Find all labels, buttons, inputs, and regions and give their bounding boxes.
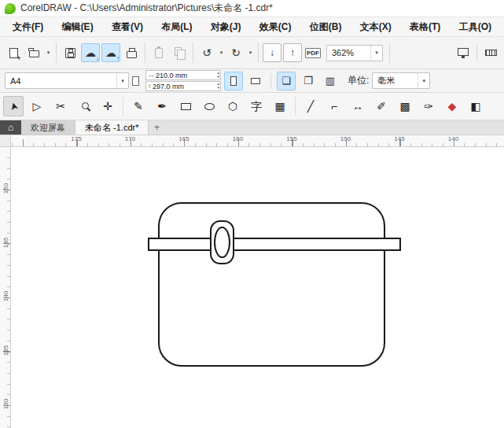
- stepper-down-icon[interactable]: ▾: [217, 86, 219, 90]
- zoom-dropdown-caret-icon[interactable]: ▾: [370, 46, 382, 61]
- fill-tool[interactable]: ◆: [442, 96, 462, 116]
- open-button[interactable]: [24, 43, 43, 62]
- new-document-tab-button[interactable]: +: [149, 120, 164, 135]
- landscape-orientation-button[interactable]: [246, 72, 265, 90]
- page-height-field[interactable]: ↕ 297.0 mm ▴ ▾: [145, 81, 221, 91]
- connector-tool[interactable]: ⌐: [324, 96, 344, 116]
- home-button[interactable]: ⌂: [0, 120, 21, 135]
- menu-bitmaps[interactable]: 位图(B): [305, 19, 347, 35]
- undo-button[interactable]: ↺: [197, 43, 216, 62]
- outline-pen-tool[interactable]: ✑: [418, 96, 439, 116]
- half-filled-square-icon: ◧: [470, 101, 480, 112]
- ruler-label: 175: [71, 135, 81, 142]
- line-tool[interactable]: ╱: [300, 96, 321, 116]
- shape-tool[interactable]: ▷: [27, 96, 47, 116]
- menu-file[interactable]: 文件(F): [8, 19, 48, 35]
- open-dropdown-caret-icon[interactable]: ▾: [45, 50, 52, 56]
- page-width-field[interactable]: ↔ 210.0 mm ▴ ▾: [145, 70, 221, 80]
- menu-tools[interactable]: 工具(O): [454, 19, 496, 35]
- table-tool[interactable]: ▦: [270, 96, 290, 116]
- print-button[interactable]: [122, 43, 141, 62]
- all-pages-button[interactable]: ❐: [299, 72, 318, 90]
- copy-button[interactable]: [170, 43, 189, 62]
- pan-tool[interactable]: ✛: [97, 96, 118, 116]
- menu-view[interactable]: 查看(V): [107, 19, 148, 35]
- portrait-orientation-button[interactable]: [224, 72, 243, 90]
- new-document-button[interactable]: [4, 43, 23, 62]
- standard-toolbar: ▾ ☁ ↓ ☁ ↑ ↺ ▾ ↻ ▾ ↓ ↑ PDF 362% ▾: [0, 36, 504, 69]
- interactive-fill-tool[interactable]: ◧: [465, 96, 486, 116]
- text-tool[interactable]: 字: [246, 96, 267, 116]
- page-size-select[interactable]: A4 ▾: [5, 72, 129, 89]
- eyedropper-icon: ✐: [377, 101, 386, 112]
- menu-text[interactable]: 文本(X): [355, 19, 396, 35]
- ruler-origin-corner[interactable]: [0, 135, 11, 147]
- crop-tool[interactable]: ✂: [50, 96, 71, 116]
- zoom-tool[interactable]: [74, 96, 94, 116]
- polygon-tool[interactable]: ⬡: [223, 96, 243, 116]
- show-rulers-button[interactable]: [481, 43, 500, 62]
- page-dimensions-icon: [132, 76, 139, 86]
- cloud-download-button[interactable]: ☁ ↓: [81, 43, 100, 62]
- ruler-label: 165: [178, 135, 189, 142]
- menu-effects[interactable]: 效果(C): [255, 19, 296, 35]
- checkerboard-icon: ▩: [399, 101, 410, 112]
- publish-pdf-button[interactable]: PDF: [304, 43, 322, 62]
- menu-edit[interactable]: 编辑(E): [57, 19, 98, 35]
- horizontal-ruler[interactable]: 175 170 165 160 155 150 145 140: [11, 135, 504, 147]
- transparency-tool[interactable]: ▩: [395, 96, 415, 116]
- ellipse-tool[interactable]: [199, 96, 219, 116]
- units-select[interactable]: 毫米 ▾: [372, 72, 430, 89]
- pick-cursor-icon: ➤: [7, 101, 19, 112]
- save-button[interactable]: [61, 43, 79, 62]
- pick-tool[interactable]: ➤: [3, 96, 24, 116]
- ruler-label: 140: [2, 288, 9, 305]
- menu-object[interactable]: 对象(J): [206, 19, 246, 35]
- units-caret-icon[interactable]: ▾: [418, 73, 429, 88]
- page-height-stepper[interactable]: ▴ ▾: [217, 82, 219, 90]
- tab-welcome-screen[interactable]: 欢迎屏幕: [21, 120, 75, 135]
- undo-dropdown-caret-icon[interactable]: ▾: [218, 50, 225, 56]
- cloud-upload-button[interactable]: ☁ ↑: [101, 43, 120, 62]
- vertical-ruler[interactable]: 150 145 140 135 130: [0, 147, 11, 428]
- tab-untitled-document[interactable]: 未命名 -1.cdr*: [75, 120, 149, 135]
- ruler-label: 145: [2, 234, 9, 251]
- eyedropper-tool[interactable]: ✐: [371, 96, 392, 116]
- ruler-label: 130: [2, 396, 9, 413]
- fullscreen-preview-button[interactable]: [454, 43, 473, 62]
- current-page-button[interactable]: ❏: [277, 72, 296, 90]
- page-size-caret-icon[interactable]: ▾: [116, 73, 128, 88]
- import-button[interactable]: ↓: [263, 43, 281, 62]
- menu-table[interactable]: 表格(T): [405, 19, 445, 35]
- show-page-border-button[interactable]: ▥: [321, 72, 340, 90]
- rectangle-tool[interactable]: [175, 96, 196, 116]
- text-tool-icon: 字: [251, 101, 262, 112]
- magnifier-icon: [82, 102, 89, 109]
- redo-button[interactable]: ↻: [226, 43, 245, 62]
- redo-dropdown-caret-icon[interactable]: ▾: [247, 50, 254, 56]
- coreldraw-logo-icon: [5, 3, 16, 14]
- suitcase-strap-shape[interactable]: [148, 238, 401, 251]
- diagonal-line-icon: ╱: [307, 101, 314, 112]
- portrait-icon: [230, 76, 237, 86]
- title-bar: CorelDRAW - C:\Users\Administrator\Pictu…: [0, 0, 504, 17]
- printer-icon: [127, 51, 137, 58]
- monitor-icon: [458, 48, 469, 56]
- stepper-down-icon[interactable]: ▾: [217, 75, 219, 79]
- open-folder-icon: [29, 50, 39, 57]
- dimension-tool[interactable]: ↔: [348, 96, 368, 116]
- connector-icon: ⌐: [331, 101, 337, 112]
- paste-button[interactable]: [149, 43, 168, 62]
- suitcase-body-shape[interactable]: [158, 202, 385, 367]
- toolbar-separator: [56, 42, 57, 63]
- drawing-canvas[interactable]: [11, 147, 504, 428]
- zoom-level-select[interactable]: 362% ▾: [326, 45, 383, 61]
- dimension-arrow-icon: ↔: [352, 101, 363, 112]
- menu-layout[interactable]: 布局(L): [156, 19, 197, 35]
- page-dimension-fields: ↔ 210.0 mm ▴ ▾ ↕ 297.0 mm ▴ ▾: [145, 70, 221, 91]
- clasp-ellipse-shape[interactable]: [214, 227, 230, 258]
- page-width-stepper[interactable]: ▴ ▾: [217, 71, 219, 79]
- artistic-media-tool[interactable]: ✒: [152, 96, 172, 116]
- export-button[interactable]: ↑: [283, 43, 302, 62]
- curve-tool[interactable]: ✎: [128, 96, 149, 116]
